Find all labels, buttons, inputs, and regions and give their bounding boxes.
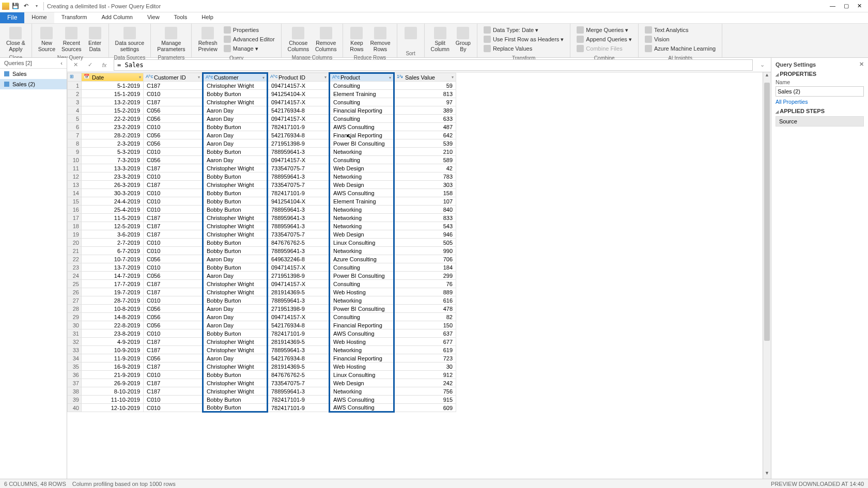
row-number[interactable]: 14: [68, 189, 82, 197]
cell[interactable]: 281914369-5: [268, 363, 330, 371]
cell[interactable]: C010: [144, 296, 203, 305]
cell[interactable]: 281914369-5: [268, 288, 330, 296]
row-number[interactable]: 12: [68, 172, 82, 181]
cell[interactable]: Networking: [330, 247, 394, 255]
ribbon-text-analyticsbutton[interactable]: Text Analytics: [644, 26, 717, 34]
filter-icon[interactable]: ▾: [198, 75, 200, 80]
cell[interactable]: Bobby Burton: [203, 123, 268, 131]
cell[interactable]: C187: [144, 82, 203, 90]
row-number[interactable]: 26: [68, 288, 82, 296]
cell[interactable]: 915: [394, 396, 456, 404]
cell[interactable]: C187: [144, 181, 203, 189]
row-number[interactable]: 38: [68, 387, 82, 396]
cell[interactable]: Web Hosting: [330, 338, 394, 346]
cell[interactable]: C056: [144, 313, 203, 321]
row-number[interactable]: 5: [68, 115, 82, 123]
menu-tab-help[interactable]: Help: [194, 12, 221, 23]
cell[interactable]: 633: [394, 115, 456, 123]
row-number[interactable]: 7: [68, 131, 82, 139]
cell[interactable]: 10-7-2019: [82, 255, 144, 263]
cell[interactable]: 094714157-X: [268, 82, 330, 90]
column-header-customer[interactable]: AᵇcCustomer▾: [203, 73, 268, 82]
row-number[interactable]: 34: [68, 354, 82, 363]
cell[interactable]: C010: [144, 172, 203, 181]
ribbon-use-first-row-as-headers-button[interactable]: Use First Row as Headers ▾: [483, 35, 565, 43]
cell[interactable]: 2-3-2019: [82, 139, 144, 148]
ribbon-data-type-date-button[interactable]: Data Type: Date ▾: [483, 26, 565, 34]
row-number[interactable]: 27: [68, 296, 82, 305]
row-number[interactable]: 20: [68, 239, 82, 247]
cell[interactable]: 542176934-8: [268, 131, 330, 139]
cell[interactable]: C010: [144, 90, 203, 98]
cell[interactable]: 706: [394, 255, 456, 263]
row-number[interactable]: 13: [68, 181, 82, 189]
cell[interactable]: 82: [394, 313, 456, 321]
cell[interactable]: 782417101-9: [268, 404, 330, 412]
column-header-product[interactable]: AᵇcProduct▾: [330, 73, 394, 82]
cell[interactable]: Christopher Wright: [203, 230, 268, 239]
qat-dropdown[interactable]: [32, 2, 40, 10]
row-number[interactable]: 28: [68, 305, 82, 313]
cell[interactable]: AWS Consulting: [330, 396, 394, 404]
ribbon-visionbutton[interactable]: Vision: [644, 35, 717, 43]
cell[interactable]: 912: [394, 371, 456, 379]
cell[interactable]: AWS Consulting: [330, 189, 394, 197]
row-number[interactable]: 8: [68, 139, 82, 148]
cell[interactable]: C187: [144, 288, 203, 296]
cell[interactable]: 723: [394, 354, 456, 363]
cell[interactable]: 649632246-8: [268, 255, 330, 263]
cell[interactable]: 26-3-2019: [82, 181, 144, 189]
cell[interactable]: Networking: [330, 172, 394, 181]
cell[interactable]: 11-9-2019: [82, 354, 144, 363]
cell[interactable]: 22-2-2019: [82, 115, 144, 123]
cell[interactable]: Azure Consulting: [330, 255, 394, 263]
cell[interactable]: 788959641-3: [268, 387, 330, 396]
ribbon-sort-button[interactable]: [400, 25, 421, 41]
cell[interactable]: 990: [394, 247, 456, 255]
expand-formula-icon[interactable]: ⌄: [757, 61, 768, 68]
cell[interactable]: 28-2-2019: [82, 131, 144, 139]
cell[interactable]: 13-7-2019: [82, 263, 144, 272]
cell[interactable]: Christopher Wright: [203, 280, 268, 288]
cell[interactable]: 24-4-2019: [82, 197, 144, 206]
cell[interactable]: C056: [144, 115, 203, 123]
row-number[interactable]: 40: [68, 404, 82, 412]
column-header-customer-id[interactable]: AᵇcCustomer ID▾: [144, 73, 203, 82]
cell[interactable]: 946: [394, 230, 456, 239]
ribbon-remove-button[interactable]: RemoveColumns: [312, 25, 339, 53]
cell[interactable]: Consulting: [330, 82, 394, 90]
cell[interactable]: C056: [144, 255, 203, 263]
cell[interactable]: Financial Reporting: [330, 354, 394, 363]
cell[interactable]: 19-7-2019: [82, 288, 144, 296]
cell[interactable]: Web Design: [330, 164, 394, 172]
cell[interactable]: Consulting: [330, 115, 394, 123]
cell[interactable]: 813: [394, 90, 456, 98]
cell[interactable]: 15-1-2019: [82, 90, 144, 98]
ribbon-advanced-editorbutton[interactable]: Advanced Editor: [223, 35, 276, 43]
ribbon-merge-queries-button[interactable]: Merge Queries ▾: [576, 26, 633, 34]
cell[interactable]: 782417101-9: [268, 329, 330, 338]
cell[interactable]: C187: [144, 346, 203, 354]
cell[interactable]: Christopher Wright: [203, 363, 268, 371]
cell[interactable]: Christopher Wright: [203, 222, 268, 230]
cell[interactable]: C010: [144, 206, 203, 214]
cell[interactable]: Web Design: [330, 230, 394, 239]
cell[interactable]: 59: [394, 82, 456, 90]
ribbon-settings-button[interactable]: Data sourcesettings: [112, 25, 148, 53]
cell[interactable]: 271951398-9: [268, 139, 330, 148]
cell[interactable]: C010: [144, 404, 203, 412]
cell[interactable]: 281914369-5: [268, 338, 330, 346]
cell[interactable]: Web Design: [330, 379, 394, 387]
cell[interactable]: C187: [144, 164, 203, 172]
row-number[interactable]: 35: [68, 363, 82, 371]
cell[interactable]: C187: [144, 338, 203, 346]
row-number[interactable]: 18: [68, 222, 82, 230]
cell[interactable]: AWS Consulting: [330, 123, 394, 131]
row-number[interactable]: 24: [68, 272, 82, 280]
cell[interactable]: Bobby Burton: [203, 329, 268, 338]
cell[interactable]: Christopher Wright: [203, 288, 268, 296]
cell[interactable]: Bobby Burton: [203, 197, 268, 206]
cell[interactable]: Web Hosting: [330, 288, 394, 296]
cell[interactable]: C056: [144, 156, 203, 164]
cell[interactable]: 637: [394, 329, 456, 338]
